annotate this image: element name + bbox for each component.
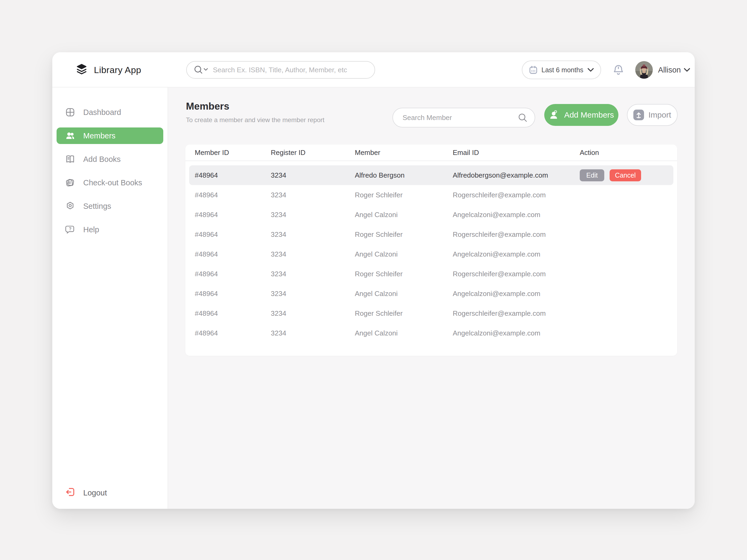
sidebar-item-label: Add Books <box>83 155 121 164</box>
table-row[interactable]: #48964 3234 Roger Schleifer Rogerschleif… <box>189 224 673 244</box>
add-members-label: Add Members <box>564 110 614 119</box>
cell-email: Angelcalzoni@example.com <box>453 290 580 298</box>
user-name: Allison <box>658 65 681 74</box>
cell-member-name: Angel Calzoni <box>355 250 453 259</box>
cell-member-id: #48964 <box>195 290 271 298</box>
library-logo-icon <box>75 63 88 77</box>
brand: Library App <box>75 52 141 87</box>
cell-member-id: #48964 <box>195 309 271 318</box>
edit-button[interactable]: Edit <box>580 169 604 181</box>
cell-email: Rogerschleifer@example.com <box>453 270 580 278</box>
date-range-dropdown[interactable]: Last 6 months <box>522 60 601 79</box>
table-body: #48964 3234 Alfredo Bergson Alfredobergs… <box>185 161 677 343</box>
import-button[interactable]: Import <box>627 104 678 126</box>
sidebar-item-label: Help <box>83 225 99 234</box>
row-actions: Edit Cancel <box>580 169 673 181</box>
global-search[interactable] <box>186 61 375 79</box>
search-icon <box>518 112 528 123</box>
logout-button[interactable]: Logout <box>65 487 107 499</box>
calendar-icon <box>529 65 538 74</box>
sidebar-item-members[interactable]: Members <box>56 128 163 144</box>
sidebar-item-help[interactable]: ?Help <box>56 221 163 238</box>
table-row[interactable]: #48964 3234 Roger Schleifer Rogerschleif… <box>189 185 673 205</box>
cell-member-id: #48964 <box>195 329 271 337</box>
column-header: Action <box>580 149 677 157</box>
app-window: Library App <box>52 52 695 509</box>
table-row[interactable]: #48964 3234 Roger Schleifer Rogerschleif… <box>189 303 673 323</box>
person-add-icon <box>549 110 560 120</box>
cell-email: Angelcalzoni@example.com <box>453 211 580 219</box>
cell-member-name: Roger Schleifer <box>355 309 453 318</box>
table-row[interactable]: #48964 3234 Angel Calzoni Angelcalzoni@e… <box>189 244 673 264</box>
cell-member-name: Angel Calzoni <box>355 290 453 298</box>
cell-email: Rogerschleifer@example.com <box>453 191 580 199</box>
cell-member-name: Angel Calzoni <box>355 211 453 219</box>
svg-text:?: ? <box>69 227 72 231</box>
cell-member-name: Roger Schleifer <box>355 270 453 278</box>
sidebar: DashboardMembersAdd BooksCheck-out Books… <box>52 87 168 509</box>
add-members-button[interactable]: Add Members <box>544 104 618 126</box>
table-row[interactable]: #48964 3234 Angel Calzoni Angelcalzoni@e… <box>189 284 673 303</box>
upload-icon <box>633 110 644 120</box>
sidebar-item-dashboard[interactable]: Dashboard <box>56 104 163 121</box>
column-header: Member ID <box>195 149 271 157</box>
settings-icon <box>65 201 75 211</box>
sidebar-item-label: Members <box>83 131 115 140</box>
cell-member-id: #48964 <box>195 270 271 278</box>
page-subtitle: To create a member and view the member r… <box>186 116 325 124</box>
cell-email: Angelcalzoni@example.com <box>453 329 580 337</box>
notifications-bell-icon[interactable] <box>612 64 624 76</box>
column-header: Email ID <box>453 149 580 157</box>
search-with-filter-icon <box>194 65 209 75</box>
cell-register-id: 3234 <box>271 171 355 180</box>
table-row[interactable]: #48964 3234 Alfredo Bergson Alfredobergs… <box>189 165 673 185</box>
cell-member-id: #48964 <box>195 250 271 259</box>
sidebar-item-check-out-books[interactable]: Check-out Books <box>56 175 163 191</box>
sidebar-item-label: Settings <box>83 202 111 211</box>
help-icon: ? <box>65 224 75 235</box>
cell-email: Angelcalzoni@example.com <box>453 250 580 259</box>
table-row[interactable]: #48964 3234 Angel Calzoni Angelcalzoni@e… <box>189 323 673 343</box>
logout-label: Logout <box>83 488 107 497</box>
table-row[interactable]: #48964 3234 Roger Schleifer Rogerschleif… <box>189 264 673 284</box>
cell-member-name: Alfredo Bergson <box>355 171 453 180</box>
cancel-button[interactable]: Cancel <box>610 169 641 181</box>
sidebar-item-settings[interactable]: Settings <box>56 198 163 214</box>
page-title: Members <box>186 101 229 112</box>
cell-register-id: 3234 <box>271 231 355 239</box>
logout-icon <box>65 487 76 499</box>
table-header: Member IDRegister IDMemberEmail IDAction <box>185 144 677 161</box>
cell-register-id: 3234 <box>271 191 355 199</box>
chevron-down-icon <box>587 68 594 72</box>
date-range-label: Last 6 months <box>542 66 584 74</box>
checkout-books-icon <box>65 178 75 188</box>
cell-member-name: Roger Schleifer <box>355 191 453 199</box>
cell-member-name: Roger Schleifer <box>355 231 453 239</box>
global-search-input[interactable] <box>213 66 368 74</box>
cell-member-id: #48964 <box>195 211 271 219</box>
cell-email: Alfredobergson@example.com <box>453 171 580 180</box>
column-header: Register ID <box>271 149 355 157</box>
cell-register-id: 3234 <box>271 290 355 298</box>
members-icon <box>65 131 75 141</box>
cell-register-id: 3234 <box>271 270 355 278</box>
cell-member-id: #48964 <box>195 231 271 239</box>
column-header: Member <box>355 149 453 157</box>
member-search-input[interactable] <box>403 114 514 122</box>
cell-member-id: #48964 <box>195 191 271 199</box>
user-menu-chevron-icon[interactable] <box>684 68 691 72</box>
cell-email: Rogerschleifer@example.com <box>453 231 580 239</box>
members-table-card: Member IDRegister IDMemberEmail IDAction… <box>185 144 677 356</box>
dashboard-icon <box>65 107 75 117</box>
cell-register-id: 3234 <box>271 250 355 259</box>
user-avatar[interactable] <box>635 61 653 79</box>
main-content: Members To create a member and view the … <box>168 87 695 509</box>
topbar-right: Last 6 months <box>522 52 691 87</box>
sidebar-item-add-books[interactable]: Add Books <box>56 151 163 167</box>
cell-register-id: 3234 <box>271 309 355 318</box>
member-search[interactable] <box>392 108 535 128</box>
cell-register-id: 3234 <box>271 329 355 337</box>
table-row[interactable]: #48964 3234 Angel Calzoni Angelcalzoni@e… <box>189 205 673 224</box>
add-books-icon <box>65 154 75 164</box>
topbar: Library App <box>52 52 695 87</box>
